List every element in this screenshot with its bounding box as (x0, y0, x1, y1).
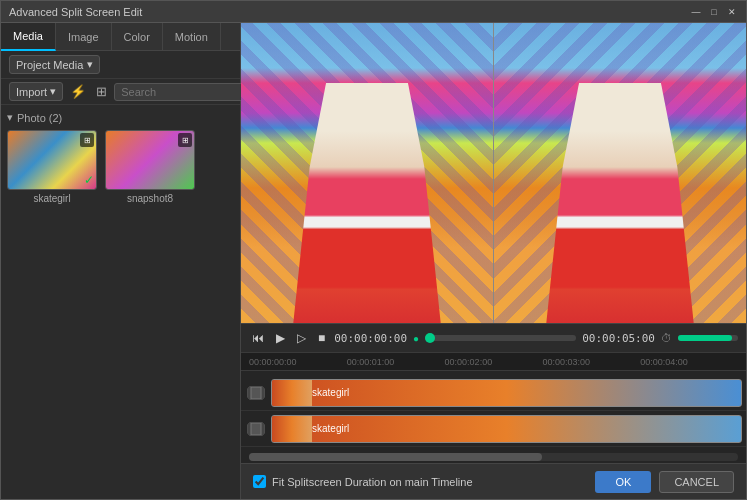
list-item[interactable]: ⊞ snapshot8 (105, 130, 195, 204)
tab-image[interactable]: Image (56, 23, 112, 51)
video-clip-icon (247, 384, 265, 402)
playback-controls: ⏮ ▶ ▷ ■ 00:00:00:00 ● 00:00:05:00 ⏱ (241, 323, 746, 353)
table-row: skategirl (241, 411, 746, 447)
zoom-track[interactable] (678, 335, 738, 341)
preview-area (241, 23, 746, 323)
table-row: skategirl (241, 375, 746, 411)
photo-section-label: Photo (2) (17, 112, 62, 124)
progress-track[interactable] (425, 335, 576, 341)
maximize-button[interactable]: □ (708, 6, 720, 18)
current-time: 00:00:00:00 (334, 332, 407, 345)
media-thumbnail-2: ⊞ (105, 130, 195, 190)
track-icon-1 (241, 384, 271, 402)
list-item[interactable]: ⊞ ✓ skategirl (7, 130, 97, 204)
fit-checkbox-label: Fit Splitscreen Duration on main Timelin… (272, 476, 473, 488)
fit-checkbox[interactable] (253, 475, 266, 488)
window-title: Advanced Split Screen Edit (9, 6, 142, 18)
preview-left (241, 23, 493, 323)
grid-view-icon[interactable]: ⊞ (93, 82, 110, 101)
title-bar: Advanced Split Screen Edit — □ ✕ (1, 1, 746, 23)
project-media-bar: Project Media ▾ (1, 51, 240, 79)
clip-label-1: skategirl (312, 387, 349, 398)
clip-label-2: skategirl (312, 423, 349, 434)
check-icon: ✓ (84, 173, 94, 187)
timeline-section: ⏮ ▶ ▷ ■ 00:00:00:00 ● 00:00:05:00 ⏱ (241, 323, 746, 463)
play-alt-button[interactable]: ▷ (294, 330, 309, 346)
window-controls: — □ ✕ (690, 6, 738, 18)
clock-icon: ⏱ (661, 332, 672, 344)
tab-motion[interactable]: Motion (163, 23, 221, 51)
minimize-button[interactable]: — (690, 6, 702, 18)
tab-media[interactable]: Media (1, 23, 56, 51)
total-time: 00:00:05:00 (582, 332, 655, 345)
tick-3: 00:00:03:00 (542, 357, 590, 367)
clip-thumbnail-2 (278, 417, 306, 441)
stop-button[interactable]: ■ (315, 330, 328, 346)
tabs-bar: Media Image Color Motion (1, 23, 240, 51)
main-window: Advanced Split Screen Edit — □ ✕ Media I… (0, 0, 747, 500)
import-button[interactable]: Import ▾ (9, 82, 63, 101)
main-content: Media Image Color Motion Project Media ▾… (1, 23, 746, 499)
fit-checkbox-container: Fit Splitscreen Duration on main Timelin… (253, 475, 473, 488)
right-panel: ⏮ ▶ ▷ ■ 00:00:00:00 ● 00:00:05:00 ⏱ (241, 23, 746, 499)
photo-section-header: ▾ Photo (2) (7, 111, 234, 124)
progress-dot (425, 333, 435, 343)
ok-button[interactable]: OK (595, 471, 651, 493)
split-preview (241, 23, 746, 323)
timeline-tracks: skategirl (241, 371, 746, 451)
bottom-buttons: OK CANCEL (595, 471, 734, 493)
tick-0: 00:00:00:00 (249, 357, 297, 367)
step-back-button[interactable]: ⏮ (249, 330, 267, 346)
time-ruler: 00:00:00:00 00:00:01:00 00:00:02:00 00:0… (241, 353, 746, 371)
chevron-down-icon: ▾ (87, 58, 93, 71)
track-icon-2 (241, 420, 271, 438)
photo-bg-left (241, 23, 493, 323)
track-clip-1[interactable]: skategirl (271, 379, 742, 407)
clip-thumbnail-1 (278, 381, 306, 405)
dropdown-arrow-icon: ▾ (50, 85, 56, 98)
tick-2: 00:00:02:00 (445, 357, 493, 367)
media-item-name-2: snapshot8 (127, 193, 173, 204)
media-thumbnail-1: ⊞ ✓ (7, 130, 97, 190)
tab-color[interactable]: Color (112, 23, 163, 51)
scrollbar-thumb (249, 453, 542, 461)
timeline-scrollbar[interactable] (249, 453, 738, 461)
bottom-bar: Fit Splitscreen Duration on main Timelin… (241, 463, 746, 499)
cancel-button[interactable]: CANCEL (659, 471, 734, 493)
media-item-name-1: skategirl (33, 193, 70, 204)
project-media-select[interactable]: Project Media ▾ (9, 55, 100, 74)
time-dot-indicator: ● (413, 333, 419, 344)
media-grid: ⊞ ✓ skategirl ⊞ snapshot8 (7, 130, 234, 204)
media-badge-2: ⊞ (178, 133, 192, 147)
media-badge-1: ⊞ (80, 133, 94, 147)
preview-right (493, 23, 746, 323)
close-button[interactable]: ✕ (726, 6, 738, 18)
filter-icon[interactable]: ⚡ (67, 82, 89, 101)
media-list: ▾ Photo (2) ⊞ ✓ skategirl (1, 105, 240, 499)
photo-bg-right (494, 23, 746, 323)
chevron-down-icon: ▾ (7, 111, 13, 124)
ruler-ticks: 00:00:00:00 00:00:01:00 00:00:02:00 00:0… (249, 357, 738, 367)
play-button[interactable]: ▶ (273, 330, 288, 346)
left-panel: Media Image Color Motion Project Media ▾… (1, 23, 241, 499)
video-clip-icon-2 (247, 420, 265, 438)
media-toolbar: Import ▾ ⚡ ⊞ 🔍 (1, 79, 240, 105)
track-clip-2[interactable]: skategirl (271, 415, 742, 443)
tick-1: 00:00:01:00 (347, 357, 395, 367)
tick-4: 00:00:04:00 (640, 357, 688, 367)
